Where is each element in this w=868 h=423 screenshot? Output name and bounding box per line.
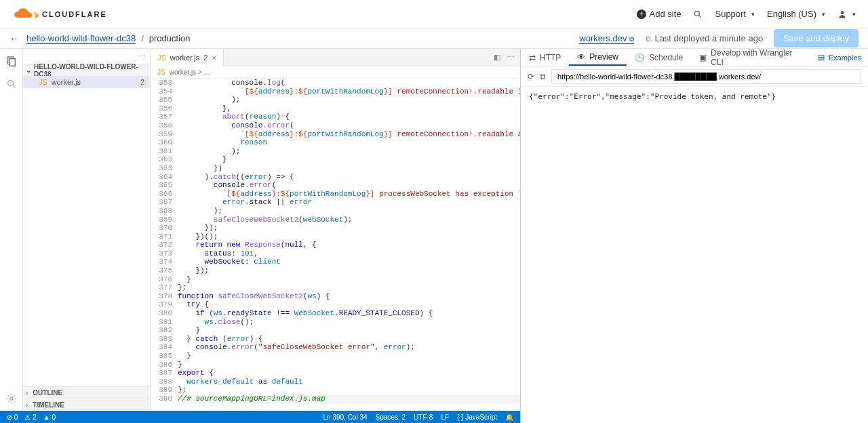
- tab-wrangler-cli[interactable]: ▣Develop with Wrangler CLI: [691, 49, 811, 66]
- status-encoding[interactable]: UTF-8: [414, 414, 433, 421]
- refresh-icon[interactable]: ⟳: [528, 72, 534, 81]
- add-site-link[interactable]: +Add site: [637, 9, 682, 19]
- svg-line-1: [699, 15, 701, 17]
- terminal-icon: ▣: [699, 53, 707, 62]
- topbar: CLOUDFLARE +Add site Support English (US…: [0, 0, 868, 28]
- js-file-icon: JS: [157, 54, 166, 62]
- user-icon: [837, 9, 847, 19]
- preview-response: {"error":"Error","message":"Provide toke…: [521, 87, 868, 423]
- svg-point-0: [695, 11, 700, 16]
- tab-http[interactable]: ⇄HTTP: [521, 49, 569, 66]
- back-arrow-icon[interactable]: [9, 33, 21, 43]
- language-dropdown[interactable]: English (US): [767, 9, 825, 19]
- editor-breadcrumb[interactable]: JSworker.js > ...: [151, 66, 520, 79]
- account-dropdown[interactable]: [837, 9, 856, 19]
- tree-outline[interactable]: OUTLINE: [23, 386, 150, 399]
- status-spaces[interactable]: Spaces: 2: [376, 414, 406, 421]
- svg-rect-4: [9, 59, 15, 66]
- status-lang[interactable]: { } JavaScript: [457, 414, 497, 421]
- cloud-icon: [12, 7, 39, 21]
- tab-preview[interactable]: 👁Preview: [569, 49, 627, 66]
- plus-icon: +: [637, 9, 646, 19]
- svg-point-5: [7, 81, 13, 86]
- save-and-deploy-button[interactable]: Save and deploy: [774, 29, 859, 47]
- status-warnings[interactable]: ⚠ 2: [24, 414, 36, 421]
- status-cursor[interactable]: Ln 390, Col 34: [323, 414, 368, 421]
- line-gutter: 353 354 355 356 357 358 359 360 361 362 …: [151, 79, 178, 411]
- search-icon[interactable]: [693, 9, 703, 19]
- js-file-icon: JS: [39, 79, 47, 86]
- close-icon[interactable]: ×: [212, 54, 216, 62]
- clock-icon: 🕓: [635, 53, 645, 62]
- tab-schedule[interactable]: 🕓Schedule: [627, 49, 691, 66]
- svg-point-2: [841, 11, 844, 14]
- svg-line-6: [13, 85, 15, 87]
- preview-tabs: ⇄HTTP 👁Preview 🕓Schedule ▣Develop with W…: [521, 49, 868, 66]
- brand-text: CLOUDFLARE: [42, 10, 107, 18]
- code-lines[interactable]: console.log( `[${address}:${portWithRand…: [178, 79, 520, 411]
- breadcrumb-env: production: [149, 33, 191, 43]
- status-infos[interactable]: ▲ 0: [43, 414, 56, 421]
- breadcrumb-project[interactable]: hello-world-wild-flower-dc38: [26, 33, 136, 44]
- workers-dev-link[interactable]: workers.dev: [579, 33, 634, 44]
- book-icon: ▤: [818, 53, 825, 62]
- explorer-icon[interactable]: [5, 54, 18, 68]
- split-editor-icon[interactable]: ◧: [494, 53, 500, 62]
- arrows-icon: ⇄: [529, 53, 536, 62]
- last-deployed: Last deployed a minute ago: [645, 33, 763, 43]
- search-sidebar-icon[interactable]: [5, 77, 18, 91]
- code-editor[interactable]: 353 354 355 356 357 358 359 360 361 362 …: [151, 79, 520, 411]
- status-eol[interactable]: LF: [441, 414, 449, 421]
- tree-timeline[interactable]: TIMELINE: [23, 399, 150, 411]
- eye-icon: 👁: [577, 52, 585, 62]
- examples-link[interactable]: ▤Examples: [811, 49, 868, 66]
- editor-tabbar: JS worker.js 2 × ◧ ⋯: [151, 49, 520, 66]
- preview-url-input[interactable]: [551, 69, 861, 84]
- cloudflare-logo[interactable]: CLOUDFLARE: [12, 7, 107, 21]
- status-errors[interactable]: ⊘ 0: [7, 414, 18, 421]
- settings-icon[interactable]: [5, 392, 18, 405]
- open-external-icon[interactable]: ⧉: [540, 72, 546, 81]
- more-icon[interactable]: ⋯: [138, 52, 146, 61]
- svg-point-7: [10, 397, 13, 400]
- tree-file-worker[interactable]: JS worker.js 2: [23, 76, 150, 88]
- status-bell-icon[interactable]: 🔔: [505, 414, 513, 421]
- support-dropdown[interactable]: Support: [715, 9, 755, 19]
- file-explorer: ⋯ ⌄HELLO-WORLD-WILD-FLOWER-DC38 JS worke…: [23, 49, 151, 411]
- tree-project-header[interactable]: ⌄HELLO-WORLD-WILD-FLOWER-DC38: [23, 64, 150, 76]
- more-actions-icon[interactable]: ⋯: [507, 53, 515, 62]
- breadcrumb-bar: hello-world-wild-flower-dc38 / productio…: [0, 28, 868, 49]
- activity-bar: [0, 49, 23, 411]
- tab-worker-js[interactable]: JS worker.js 2 ×: [151, 49, 224, 66]
- status-bar: ⊘ 0 ⚠ 2 ▲ 0 Ln 390, Col 34 Spaces: 2 UTF…: [0, 411, 520, 423]
